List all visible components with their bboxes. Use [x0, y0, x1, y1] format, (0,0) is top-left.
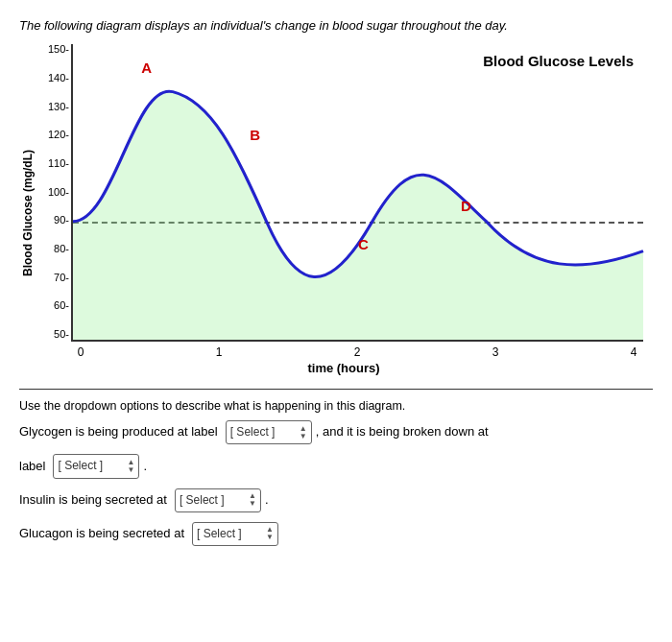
q1-select[interactable]: [ Select ] ▲▼ — [226, 420, 312, 444]
y-tick-130: 130- — [36, 102, 69, 112]
q1-select-arrows: ▲▼ — [300, 425, 307, 440]
chart-inner: 150- 140- 130- 120- 110- 100- 90- 80- 70… — [71, 44, 643, 342]
y-tick-140: 140- — [36, 73, 69, 83]
q2-prefix: Insulin is being secreted at — [19, 490, 167, 511]
q3-select[interactable]: [ Select ] ▲▼ — [192, 522, 278, 546]
y-tick-150: 150- — [36, 44, 69, 55]
label-C: C — [358, 236, 369, 252]
y-tick-70: 70- — [36, 273, 69, 283]
q1b-select-arrows: ▲▼ — [128, 459, 135, 474]
question-row-1b: label [ Select ] ▲▼ . — [19, 454, 653, 478]
q2-select-arrows: ▲▼ — [249, 492, 256, 508]
x-axis-label: time (hours) — [35, 361, 653, 375]
y-tick-120: 120- — [36, 130, 69, 140]
question-row-1: Glycogen is being produced at label [ Se… — [19, 420, 653, 444]
questions-section: Use the dropdown options to describe wha… — [19, 395, 653, 546]
q1b-select[interactable]: [ Select ] ▲▼ — [53, 454, 139, 478]
y-tick-60: 60- — [36, 300, 69, 311]
q1-suffix: , and it is being broken down at — [316, 422, 489, 442]
q3-select-arrows: ▲▼ — [266, 526, 274, 541]
x-tick-2: 2 — [348, 345, 367, 359]
chart-bg-fill — [73, 91, 643, 340]
q1b-select-text: [ Select ] — [58, 457, 123, 475]
x-tick-3: 3 — [486, 345, 505, 359]
q3-prefix: Glucagon is being secreted at — [19, 524, 184, 544]
q2-select-text: [ Select ] — [180, 491, 245, 510]
x-tick-0: 0 — [71, 345, 90, 359]
blood-glucose-curve — [73, 44, 643, 340]
q1b-prefix: label — [19, 457, 45, 477]
y-tick-50: 50- — [36, 329, 69, 340]
instruction-text: Use the dropdown options to describe wha… — [19, 399, 653, 413]
y-tick-80: 80- — [36, 244, 69, 254]
divider — [19, 389, 653, 390]
y-tick-110: 110- — [36, 158, 69, 169]
y-tick-90: 90- — [36, 215, 69, 226]
y-ticks: 150- 140- 130- 120- 110- 100- 90- 80- 70… — [36, 44, 69, 340]
q3-select-text: [ Select ] — [197, 525, 262, 543]
x-ticks: 0 1 2 3 4 — [71, 342, 643, 359]
q1-prefix: Glycogen is being produced at label — [19, 422, 218, 442]
label-B: B — [250, 127, 260, 143]
y-axis-label: Blood Glucose (mg/dL) — [19, 44, 35, 383]
chart-area: Blood Glucose (mg/dL) 150- 140- 130- 120… — [19, 44, 653, 383]
label-A: A — [141, 59, 152, 76]
label-D: D — [461, 198, 471, 214]
chart-container: 150- 140- 130- 120- 110- 100- 90- 80- 70… — [35, 44, 653, 383]
q1-select-text: [ Select ] — [230, 423, 296, 441]
intro-text: The following diagram displays an indivi… — [19, 17, 653, 35]
question-row-3: Glucagon is being secreted at [ Select ]… — [19, 522, 653, 546]
q2-select[interactable]: [ Select ] ▲▼ — [175, 488, 261, 512]
x-tick-4: 4 — [624, 345, 643, 359]
y-tick-100: 100- — [36, 187, 69, 198]
question-row-2: Insulin is being secreted at [ Select ] … — [19, 488, 653, 512]
q1b-suffix: . — [143, 457, 147, 477]
x-tick-1: 1 — [209, 345, 228, 359]
q2-suffix: . — [265, 490, 269, 511]
